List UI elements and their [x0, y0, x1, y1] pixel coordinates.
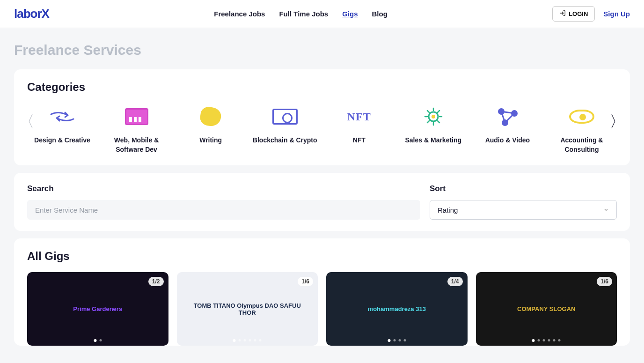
carousel-dot[interactable]: [543, 339, 545, 341]
carousel-dot[interactable]: [254, 339, 256, 341]
login-icon: [559, 10, 566, 18]
carousel-dot[interactable]: [548, 339, 550, 341]
carousel-dot[interactable]: [398, 339, 401, 341]
category-sales-marketing[interactable]: Sales & Marketing: [398, 103, 468, 145]
category-label: Accounting & Consulting: [547, 136, 617, 154]
carousel-dot[interactable]: [538, 339, 540, 341]
category-blockchain-crypto[interactable]: Blockchain & Crypto: [250, 103, 320, 145]
carousel-dot[interactable]: [244, 339, 246, 341]
carousel-dot[interactable]: [233, 339, 236, 342]
image-counter: 1/2: [148, 277, 164, 286]
signup-link[interactable]: Sign Up: [603, 10, 630, 18]
carousel-dots: [388, 339, 406, 342]
carousel-dot[interactable]: [249, 339, 251, 341]
header: laborX Freelance Jobs Full Time Jobs Gig…: [0, 0, 644, 28]
category-label: Design & Creative: [27, 136, 97, 145]
category-audio-video[interactable]: Audio & Video: [472, 103, 542, 145]
carousel-dot[interactable]: [553, 339, 556, 341]
categories-title: Categories: [27, 81, 617, 94]
eye-icon: [547, 103, 617, 130]
category-accounting-consulting[interactable]: Accounting & Consulting: [547, 103, 617, 154]
nodes-icon: [472, 103, 542, 130]
search-field: Search: [27, 184, 420, 220]
sort-label: Sort: [430, 184, 617, 193]
carousel-dot[interactable]: [259, 339, 262, 341]
carousel-dot[interactable]: [532, 339, 535, 342]
brand-logo[interactable]: laborX: [14, 7, 49, 21]
carousel-dot[interactable]: [393, 339, 395, 341]
search-label: Search: [27, 184, 420, 193]
login-label: LOGIN: [569, 10, 588, 17]
gigs-list: 1/2Prime Gardeners1/6TOMB TITANO Olympus…: [27, 272, 617, 346]
carousel-dot[interactable]: [99, 339, 102, 341]
lightbulb-icon: [398, 103, 468, 130]
gig-thumbnail: COMPANY SLOGAN: [476, 272, 617, 346]
carousel-dots: [532, 339, 561, 342]
category-label: Web, Mobile & Software Dev: [102, 136, 172, 154]
carousel-dot[interactable]: [558, 339, 561, 341]
arrows-icon: [27, 103, 97, 130]
category-label: Writing: [176, 136, 246, 145]
gig-card[interactable]: 1/6TOMB TITANO Olympus DAO SAFUU THOR: [177, 272, 318, 346]
image-counter: 1/4: [447, 277, 463, 286]
search-sort-panel: Search Sort Rating: [14, 173, 630, 231]
nav-blog[interactable]: Blog: [372, 10, 388, 18]
sort-field: Sort Rating: [430, 184, 617, 220]
category-design-creative[interactable]: Design & Creative: [27, 103, 97, 145]
nft-icon: NFT: [324, 103, 394, 130]
gig-thumbnail: Prime Gardeners: [27, 272, 168, 346]
category-label: Audio & Video: [472, 136, 542, 145]
carousel-dots: [94, 339, 102, 342]
carousel-dot[interactable]: [403, 339, 406, 341]
search-input[interactable]: [27, 200, 420, 220]
gig-thumbnail: mohammadreza 313: [326, 272, 468, 346]
category-web-mobile-dev[interactable]: Web, Mobile & Software Dev: [102, 103, 172, 154]
gig-thumbnail: TOMB TITANO Olympus DAO SAFUU THOR: [177, 272, 318, 346]
login-button[interactable]: LOGIN: [552, 6, 595, 22]
carousel-dots: [233, 339, 262, 342]
blob-icon: [176, 103, 246, 130]
sort-select[interactable]: Rating: [430, 200, 617, 220]
auth-controls: LOGIN Sign Up: [552, 6, 630, 22]
nav-gigs[interactable]: Gigs: [342, 10, 358, 18]
carousel-dot[interactable]: [388, 339, 390, 342]
image-counter: 1/6: [597, 277, 612, 286]
carousel-dot[interactable]: [239, 339, 241, 341]
category-writing[interactable]: Writing: [176, 103, 246, 145]
svg-point-1: [432, 115, 435, 119]
category-nft[interactable]: NFT NFT: [324, 103, 394, 145]
category-label: NFT: [324, 136, 394, 145]
categories-panel: Categories 〈 〉 Design & Creative Web, Mo…: [14, 69, 630, 165]
all-gigs-panel: All Gigs 1/2Prime Gardeners1/6TOMB TITAN…: [14, 238, 630, 346]
page-title: Freelance Services: [14, 42, 630, 58]
gig-card[interactable]: 1/2Prime Gardeners: [27, 272, 168, 346]
gig-card[interactable]: 1/4mohammadreza 313: [326, 272, 468, 346]
carousel-prev-button[interactable]: 〈: [19, 111, 35, 133]
gig-card[interactable]: 1/6COMPANY SLOGAN: [476, 272, 617, 346]
nav-full-time-jobs[interactable]: Full Time Jobs: [279, 10, 328, 18]
sort-value: Rating: [438, 206, 458, 214]
carousel-next-button[interactable]: 〉: [609, 111, 625, 133]
image-counter: 1/6: [298, 277, 313, 286]
categories-list: Design & Creative Web, Mobile & Software…: [27, 103, 617, 154]
window-icon: [102, 103, 172, 130]
main-nav: Freelance Jobs Full Time Jobs Gigs Blog: [49, 10, 552, 18]
all-gigs-title: All Gigs: [27, 250, 617, 263]
carousel-dot[interactable]: [94, 339, 96, 342]
chevron-down-icon: [603, 206, 609, 214]
category-label: Blockchain & Crypto: [250, 136, 320, 145]
nav-freelance-jobs[interactable]: Freelance Jobs: [214, 10, 265, 18]
category-label: Sales & Marketing: [398, 136, 468, 145]
money-icon: [250, 103, 320, 130]
